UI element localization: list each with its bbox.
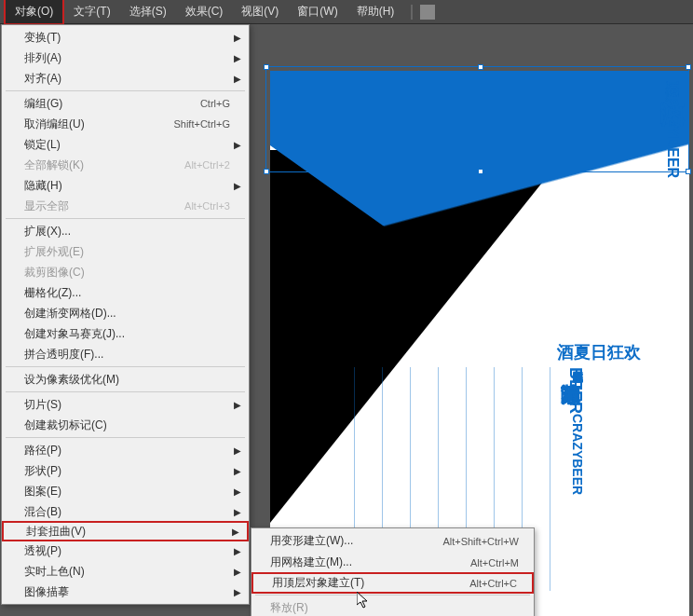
menu-separator — [6, 391, 245, 392]
menu-item[interactable]: 创建渐变网格(D)... — [2, 303, 249, 323]
menu-separator — [6, 366, 245, 367]
submenu-item-label: 用顶层对象建立(T) — [272, 575, 364, 591]
submenu-arrow-icon: ▶ — [234, 546, 241, 556]
submenu-item-shortcut: Alt+Shift+Ctrl+W — [442, 536, 519, 547]
menu-text[interactable]: 文字(T) — [64, 0, 119, 23]
submenu-arrow-icon: ▶ — [234, 486, 241, 497]
menu-item-label: 扩展外观(E) — [24, 244, 84, 260]
menu-help[interactable]: 帮助(H) — [347, 0, 404, 23]
cursor-icon — [357, 592, 372, 610]
menu-item[interactable]: 形状(P)▶ — [2, 460, 249, 481]
b-beer: BEER — [557, 367, 585, 414]
menu-view[interactable]: 视图(V) — [232, 0, 288, 23]
menu-item[interactable]: 锁定(L)▶ — [2, 134, 249, 155]
submenu-arrow-icon: ▶ — [234, 33, 241, 43]
menu-item-label: 路径(P) — [24, 443, 61, 459]
submenu-arrow-icon: ▶ — [232, 527, 239, 537]
menu-item[interactable]: 拼合透明度(F)... — [2, 344, 249, 364]
menu-item-label: 排列(A) — [24, 50, 61, 66]
menu-item-label: 对齐(A) — [24, 71, 61, 87]
menu-item-label: 设为像素级优化(M) — [24, 372, 119, 388]
menu-item: 显示全部Alt+Ctrl+3 — [2, 196, 249, 216]
menu-window[interactable]: 窗口(W) — [288, 0, 346, 23]
submenu-item-shortcut: Alt+Ctrl+C — [469, 578, 517, 589]
submenu-item-label: 释放(R) — [270, 600, 308, 616]
submenu-item: 释放(R) — [251, 597, 534, 616]
menu-item-label: 拼合透明度(F)... — [24, 347, 103, 363]
submenu-arrow-icon: ▶ — [234, 140, 241, 150]
menu-item-label: 栅格化(Z)... — [24, 285, 81, 301]
menu-item[interactable]: 图案(E)▶ — [2, 481, 249, 501]
poster-text-bottom: 酒夏日狂欢 冰爽夏日 疯狂啤酒 邀您喝 冰爽啤酒节 BEER CRAZYBEER — [557, 341, 687, 495]
menu-item[interactable]: 变换(T)▶ — [2, 27, 249, 48]
menu-item[interactable]: 对齐(A)▶ — [2, 68, 249, 89]
menubar: 对象(O) 文字(T) 选择(S) 效果(C) 视图(V) 窗口(W) 帮助(H… — [0, 0, 693, 24]
menu-item-label: 图像描摹 — [24, 584, 69, 600]
menu-item[interactable]: 图像描摹▶ — [2, 582, 249, 602]
menu-item-shortcut: Ctrl+G — [200, 98, 230, 109]
menu-item-label: 编组(G) — [24, 96, 62, 112]
menu-separator — [6, 437, 245, 438]
object-dropdown-menu: 变换(T)▶排列(A)▶对齐(A)▶编组(G)Ctrl+G取消编组(U)Shif… — [1, 24, 250, 605]
menu-item[interactable]: 取消编组(U)Shift+Ctrl+G — [2, 114, 249, 134]
menu-item[interactable]: 创建裁切标记(C) — [2, 415, 249, 435]
menu-item-label: 扩展(X)... — [24, 224, 71, 240]
menu-item-label: 创建对象马赛克(J)... — [24, 326, 125, 342]
menu-item: 全部解锁(K)Alt+Ctrl+2 — [2, 155, 249, 175]
submenu-arrow-icon: ▶ — [234, 400, 241, 410]
submenu-arrow-icon: ▶ — [234, 445, 241, 456]
menu-item-label: 实时上色(N) — [24, 564, 85, 580]
menu-item-label: 隐藏(H) — [24, 178, 62, 194]
menu-item-label: 裁剪图像(C) — [24, 265, 85, 281]
submenu-arrow-icon: ▶ — [234, 507, 241, 517]
menu-item[interactable]: 设为像素级优化(M) — [2, 369, 249, 390]
menu-item[interactable]: 封套扭曲(V)▶ — [2, 521, 249, 541]
selection-box[interactable] — [265, 66, 689, 172]
menu-item[interactable]: 扩展(X)... — [2, 221, 249, 241]
menu-item-label: 混合(B) — [24, 504, 61, 520]
menu-separator — [6, 90, 245, 91]
submenu-item[interactable]: 用变形建立(W)...Alt+Shift+Ctrl+W — [251, 530, 534, 552]
menu-item-label: 取消编组(U) — [24, 116, 85, 132]
submenu-arrow-icon: ▶ — [234, 74, 241, 84]
menu-item[interactable]: 排列(A)▶ — [2, 48, 249, 68]
menu-item[interactable]: 栅格化(Z)... — [2, 282, 249, 303]
menu-item: 扩展外观(E) — [2, 241, 249, 262]
menu-object[interactable]: 对象(O) — [4, 0, 64, 25]
submenu-arrow-icon: ▶ — [234, 181, 241, 191]
menubar-separator — [411, 5, 413, 20]
menu-item-label: 图案(E) — [24, 484, 61, 500]
menu-item-label: 创建渐变网格(D)... — [24, 306, 116, 322]
bottom-heading: 酒夏日狂欢 — [557, 341, 687, 363]
menu-select[interactable]: 选择(S) — [120, 0, 176, 23]
menu-item-shortcut: Shift+Ctrl+G — [173, 118, 230, 130]
menu-item[interactable]: 切片(S)▶ — [2, 394, 249, 415]
menu-item[interactable]: 透视(P)▶ — [2, 541, 249, 561]
menu-item[interactable]: 隐藏(H)▶ — [2, 175, 249, 196]
menu-item-label: 创建裁切标记(C) — [24, 418, 107, 433]
toolbar-icon[interactable] — [420, 5, 435, 20]
submenu-arrow-icon: ▶ — [234, 567, 241, 577]
menu-item[interactable]: 编组(G)Ctrl+G — [2, 93, 249, 114]
menu-separator — [255, 595, 530, 595]
menu-item[interactable]: 路径(P)▶ — [2, 440, 249, 460]
menu-item[interactable]: 创建对象马赛克(J)... — [2, 323, 249, 344]
submenu-arrow-icon: ▶ — [234, 587, 241, 597]
menu-separator — [6, 218, 245, 219]
submenu-item-label: 用变形建立(W)... — [270, 533, 353, 549]
submenu-item[interactable]: 用网格建立(M)...Alt+Ctrl+M — [251, 552, 534, 573]
menu-effect[interactable]: 效果(C) — [176, 0, 233, 23]
menu-item-label: 透视(P) — [24, 543, 61, 559]
menu-item-label: 变换(T) — [24, 30, 61, 46]
menu-item-shortcut: Alt+Ctrl+2 — [184, 159, 230, 171]
b-crazy: CRAZYBEER — [557, 414, 585, 495]
menu-item-label: 全部解锁(K) — [24, 157, 84, 173]
menu-item-shortcut: Alt+Ctrl+3 — [184, 200, 230, 212]
submenu-item-label: 用网格建立(M)... — [270, 554, 352, 570]
menu-item: 裁剪图像(C) — [2, 262, 249, 282]
menu-item-label: 切片(S) — [24, 397, 61, 413]
menu-item[interactable]: 实时上色(N)▶ — [2, 561, 249, 582]
menu-item[interactable]: 混合(B)▶ — [2, 501, 249, 522]
menu-item-label: 形状(P) — [24, 463, 61, 479]
submenu-item[interactable]: 用顶层对象建立(T)Alt+Ctrl+C — [251, 572, 534, 594]
